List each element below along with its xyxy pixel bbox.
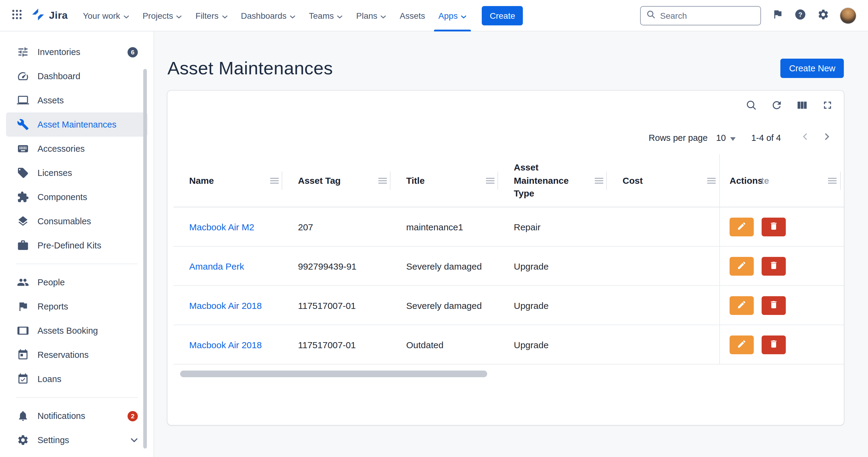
nav-item-dashboards[interactable]: Dashboards [234, 0, 302, 31]
edit-button[interactable] [730, 335, 754, 354]
maintenance-type-cell: Repair [498, 207, 607, 246]
column-header-asset-tag[interactable]: Asset Tag [282, 154, 391, 207]
chevron-right-icon [821, 130, 833, 145]
trash-icon [769, 221, 779, 233]
jira-logo[interactable]: Jira [31, 7, 68, 23]
chevron-down-icon [461, 10, 467, 20]
settings-button[interactable] [817, 8, 829, 23]
tablet-icon [17, 325, 29, 337]
nav-right-cluster: ? [640, 6, 856, 25]
app-switcher-button[interactable] [7, 6, 27, 25]
help-button[interactable]: ? [794, 8, 806, 23]
column-resize-handle-icon[interactable] [378, 177, 387, 184]
table-columns-button[interactable] [796, 99, 809, 113]
asset-name-link[interactable]: Macbook Air 2018 [189, 339, 262, 350]
sidebar-item-dashboard[interactable]: Dashboard [6, 64, 148, 88]
rows-per-page-select[interactable]: 10 [716, 133, 735, 142]
nav-item-projects[interactable]: Projects [136, 0, 189, 31]
chevron-left-icon [799, 130, 811, 145]
column-header-title[interactable]: Title [391, 154, 498, 207]
table-search-button[interactable] [745, 99, 758, 113]
table-row[interactable]: Amanda Perk 992799439-91 Severely damage… [174, 247, 844, 286]
partially-hidden-column-text: te [761, 174, 769, 187]
nav-item-your-work[interactable]: Your work [76, 0, 136, 31]
delete-button[interactable] [762, 335, 786, 354]
sidebar-item-reservations[interactable]: Reservations [6, 343, 148, 367]
next-page-button[interactable] [821, 130, 833, 145]
edit-button[interactable] [730, 217, 754, 236]
sidebar-item-reports[interactable]: Reports [6, 295, 148, 318]
sidebar-item-assets-booking[interactable]: Assets Booking [6, 318, 148, 343]
column-resize-handle-icon[interactable] [707, 177, 716, 184]
delete-button[interactable] [762, 296, 786, 315]
sidebar-item-settings[interactable]: Settings [6, 428, 148, 452]
grid-icon [11, 9, 22, 22]
table-row[interactable]: Macbook Air M2 207 maintenance1 Repair [174, 207, 844, 247]
create-button[interactable]: Create [482, 6, 523, 25]
horizontal-scrollbar[interactable] [180, 371, 487, 377]
sidebar-item-components[interactable]: Components [6, 185, 148, 209]
sidebar-item-inventories[interactable]: Inventories 6 [6, 40, 148, 64]
chevron-down-icon [289, 10, 296, 20]
asset-name-link[interactable]: Amanda Perk [189, 261, 244, 271]
nav-item-assets[interactable]: Assets [393, 0, 432, 31]
table-row[interactable]: Macbook Air 2018 117517007-01 Outdated U… [174, 325, 844, 365]
caret-down-icon [730, 133, 736, 142]
column-header-name[interactable]: Name [174, 154, 282, 207]
sidebar-item-consumables[interactable]: Consumables [6, 209, 148, 233]
jira-logo-text: Jira [49, 9, 68, 22]
trash-icon [769, 339, 779, 350]
search-input[interactable] [660, 10, 755, 20]
page-title: Asset Maintenances [167, 58, 333, 79]
sidebar-item-assets[interactable]: Assets [6, 88, 148, 113]
column-resize-handle-icon[interactable] [828, 177, 837, 184]
pencil-icon [737, 300, 746, 311]
calendar-icon [17, 349, 29, 361]
main-content: Asset Maintenances Create New [154, 31, 868, 457]
column-resize-handle-icon[interactable] [486, 177, 494, 184]
title-cell: Severely damaged [391, 247, 498, 285]
global-search[interactable] [640, 6, 761, 25]
nav-item-filters[interactable]: Filters [189, 0, 234, 31]
nav-item-plans[interactable]: Plans [350, 0, 393, 31]
table-row[interactable]: Macbook Air 2018 117517007-01 Severely d… [174, 286, 844, 325]
previous-page-button[interactable] [799, 130, 811, 145]
sidebar-item-accessories[interactable]: Accessories [6, 136, 148, 161]
sidebar-item-asset-maintenances[interactable]: Asset Maintenances [6, 113, 148, 136]
asset-name-link[interactable]: Macbook Air M2 [189, 221, 254, 232]
chevron-down-icon [176, 10, 182, 20]
sidebar-item-loans[interactable]: Loans [6, 367, 148, 391]
create-new-button[interactable]: Create New [781, 59, 844, 78]
column-resize-handle-icon[interactable] [595, 177, 603, 184]
column-header-asset-maintenance-type[interactable]: Asset Maintenance Type [498, 154, 607, 207]
table-fullscreen-button[interactable] [821, 99, 834, 113]
nav-item-teams[interactable]: Teams [302, 0, 349, 31]
chevron-down-icon [380, 10, 386, 20]
sidebar-item-people[interactable]: People [6, 270, 148, 295]
column-resize-handle-icon[interactable] [270, 177, 279, 184]
layers-icon [17, 215, 29, 227]
maintenance-type-cell: Upgrade [498, 247, 607, 285]
sidebar-item-notifications[interactable]: Notifications 2 [6, 404, 148, 428]
sidebar-item-licenses[interactable]: Licenses [6, 161, 148, 185]
title-cell: Outdated [391, 325, 498, 364]
sidebar-scrollbar[interactable] [143, 69, 147, 449]
announcements-button[interactable] [772, 8, 783, 22]
edit-button[interactable] [730, 256, 754, 275]
pencil-icon [737, 260, 746, 272]
avatar[interactable] [840, 7, 856, 23]
svg-text:?: ? [798, 10, 802, 18]
column-header-actions[interactable]: Actions te [719, 154, 844, 207]
sidebar-item-pre-defined-kits[interactable]: Pre-Defined Kits [6, 233, 148, 257]
chevron-down-icon [123, 10, 129, 20]
table-refresh-button[interactable] [770, 99, 783, 113]
delete-button[interactable] [762, 217, 786, 236]
column-header-cost[interactable]: Cost [607, 154, 719, 207]
nav-item-apps[interactable]: Apps [432, 0, 473, 31]
speedometer-icon [17, 70, 29, 82]
question-mark-icon: ? [794, 8, 806, 23]
asset-name-link[interactable]: Macbook Air 2018 [189, 300, 262, 310]
edit-button[interactable] [730, 296, 754, 315]
delete-button[interactable] [762, 256, 786, 275]
fullscreen-icon [822, 99, 834, 113]
